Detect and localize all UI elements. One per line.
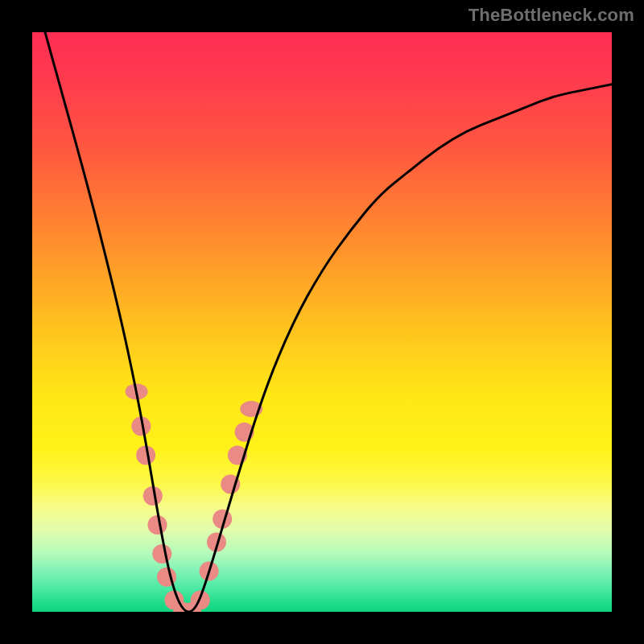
data-markers — [126, 383, 263, 612]
bottleneck-curve — [32, 32, 612, 612]
watermark-label: TheBottleneck.com — [469, 5, 634, 26]
plot-area — [32, 32, 612, 612]
chart-frame: TheBottleneck.com — [0, 0, 644, 644]
data-marker — [148, 515, 167, 535]
curve-line — [32, 32, 612, 612]
data-marker — [152, 544, 171, 564]
